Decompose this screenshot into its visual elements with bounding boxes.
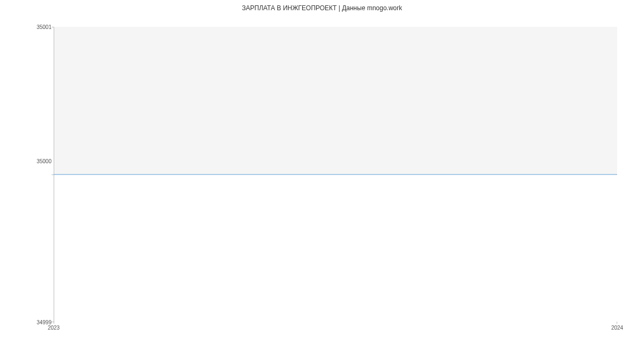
plot-area — [54, 27, 617, 322]
x-tick-label: 2024 — [611, 325, 623, 331]
y-tick-label: 34999 — [36, 319, 52, 325]
y-tick-mark — [52, 174, 54, 175]
y-tick-label: 35001 — [36, 24, 52, 30]
x-tick-mark — [54, 322, 54, 324]
plot-lower-bg — [54, 174, 617, 322]
x-tick-mark — [617, 322, 617, 324]
chart-container: ЗАРПЛАТА В ИНЖГЕОПРОЕКТ | Данные mnogo.w… — [0, 0, 644, 349]
chart-title: ЗАРПЛАТА В ИНЖГЕОПРОЕКТ | Данные mnogo.w… — [0, 4, 644, 12]
data-line — [54, 174, 617, 175]
y-tick-label: 35000 — [36, 158, 52, 164]
x-tick-label: 2023 — [48, 325, 60, 331]
plot-upper-bg — [54, 27, 617, 174]
y-tick-mark — [52, 27, 54, 27]
